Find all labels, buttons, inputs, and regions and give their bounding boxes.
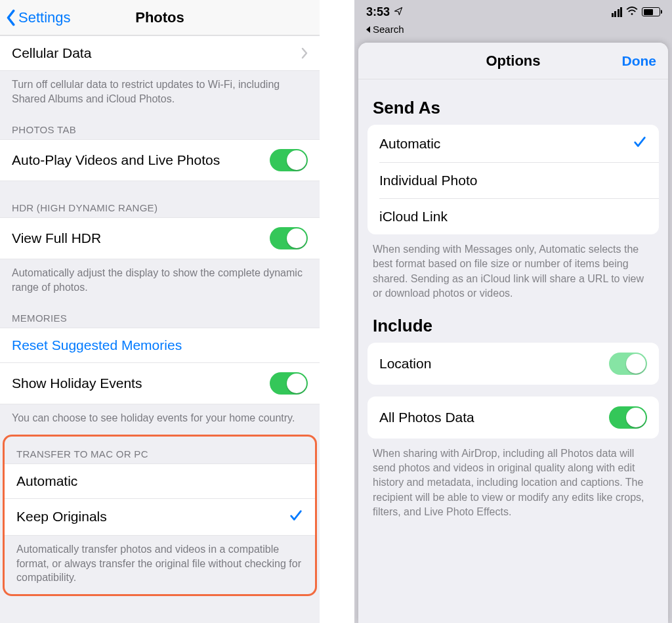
page-title: Photos bbox=[135, 9, 184, 26]
back-button[interactable]: Settings bbox=[5, 0, 71, 35]
memories-footer: You can choose to see holiday events for… bbox=[0, 404, 320, 435]
send-as-automatic-row[interactable]: Automatic bbox=[368, 125, 659, 162]
transfer-keep-originals-row[interactable]: Keep Originals bbox=[5, 499, 315, 536]
send-as-automatic-label: Automatic bbox=[379, 136, 440, 152]
include-location-group: Location bbox=[368, 343, 659, 385]
send-as-icloud-row[interactable]: iCloud Link bbox=[368, 199, 659, 234]
send-as-footer: When sending with Messages only, Automat… bbox=[358, 234, 668, 301]
reset-memories-label: Reset Suggested Memories bbox=[12, 337, 182, 353]
send-as-individual-label: Individual Photo bbox=[379, 173, 477, 188]
include-footer: When sharing with AirDrop, including all… bbox=[358, 439, 668, 520]
include-title: Include bbox=[358, 301, 668, 343]
view-full-hdr-row: View Full HDR bbox=[0, 217, 320, 259]
include-allphotos-label: All Photos Data bbox=[379, 410, 474, 425]
transfer-header: TRANSFER TO MAC OR PC bbox=[5, 437, 315, 463]
chevron-left-icon bbox=[5, 9, 16, 26]
checkmark-icon bbox=[633, 135, 647, 152]
hdr-header: HDR (HIGH DYNAMIC RANGE) bbox=[0, 193, 320, 217]
send-as-icloud-label: iCloud Link bbox=[379, 209, 448, 225]
view-full-hdr-label: View Full HDR bbox=[12, 230, 101, 246]
transfer-highlight: TRANSFER TO MAC OR PC Automatic Keep Ori… bbox=[3, 435, 317, 596]
autoplay-toggle[interactable] bbox=[270, 149, 308, 171]
caret-left-icon bbox=[365, 26, 371, 33]
transfer-footer: Automatically transfer photos and videos… bbox=[5, 536, 315, 594]
view-full-hdr-toggle[interactable] bbox=[270, 227, 308, 249]
sheet-title: Options bbox=[486, 53, 540, 70]
cellular-data-label: Cellular Data bbox=[12, 45, 91, 61]
options-sheet: Options Done Send As Automatic Individua… bbox=[358, 43, 668, 623]
back-search-label: Search bbox=[373, 24, 404, 35]
show-holiday-toggle[interactable] bbox=[270, 372, 308, 395]
include-allphotos-group: All Photos Data bbox=[368, 397, 659, 439]
autoplay-row: Auto-Play Videos and Live Photos bbox=[0, 139, 320, 181]
include-location-toggle[interactable] bbox=[609, 353, 647, 375]
status-time: 3:53 bbox=[366, 5, 390, 19]
pane-gap bbox=[320, 0, 354, 623]
transfer-automatic-row[interactable]: Automatic bbox=[5, 463, 315, 499]
back-to-search[interactable]: Search bbox=[354, 24, 672, 41]
include-location-label: Location bbox=[379, 356, 431, 372]
include-location-row: Location bbox=[368, 343, 659, 385]
sheet-nav: Options Done bbox=[358, 43, 668, 79]
back-label: Settings bbox=[18, 9, 71, 26]
send-as-individual-row[interactable]: Individual Photo bbox=[368, 163, 659, 198]
checkmark-icon bbox=[289, 508, 303, 526]
show-holiday-label: Show Holiday Events bbox=[12, 376, 142, 391]
settings-photos-pane: Settings Photos Cellular Data Turn off c… bbox=[0, 0, 320, 623]
wifi-icon bbox=[626, 5, 638, 19]
include-allphotos-toggle[interactable] bbox=[609, 406, 647, 429]
cellular-footer: Turn off cellular data to restrict updat… bbox=[0, 71, 320, 115]
done-label: Done bbox=[622, 53, 657, 69]
reset-memories-row[interactable]: Reset Suggested Memories bbox=[0, 328, 320, 363]
chevron-right-icon bbox=[301, 47, 308, 59]
memories-header: MEMORIES bbox=[0, 303, 320, 328]
show-holiday-row: Show Holiday Events bbox=[0, 363, 320, 404]
autoplay-label: Auto-Play Videos and Live Photos bbox=[12, 152, 220, 168]
transfer-keep-originals-label: Keep Originals bbox=[16, 509, 107, 525]
battery-icon bbox=[642, 7, 660, 16]
cellular-data-row[interactable]: Cellular Data bbox=[0, 35, 320, 71]
nav-bar: Settings Photos bbox=[0, 0, 320, 35]
location-arrow-icon bbox=[394, 5, 403, 19]
status-bar: 3:53 bbox=[354, 0, 672, 24]
svg-point-0 bbox=[631, 12, 633, 14]
done-button[interactable]: Done bbox=[622, 43, 657, 79]
photos-tab-header: PHOTOS TAB bbox=[0, 115, 320, 139]
include-allphotos-row: All Photos Data bbox=[368, 397, 659, 439]
share-options-pane: 3:53 Search Options Done Send As Automa bbox=[354, 0, 672, 623]
transfer-automatic-label: Automatic bbox=[16, 473, 77, 489]
send-as-title: Send As bbox=[358, 79, 668, 125]
cellular-signal-icon bbox=[612, 7, 623, 17]
send-as-group: Automatic Individual Photo iCloud Link bbox=[368, 125, 659, 234]
hdr-footer: Automatically adjust the display to show… bbox=[0, 259, 320, 303]
